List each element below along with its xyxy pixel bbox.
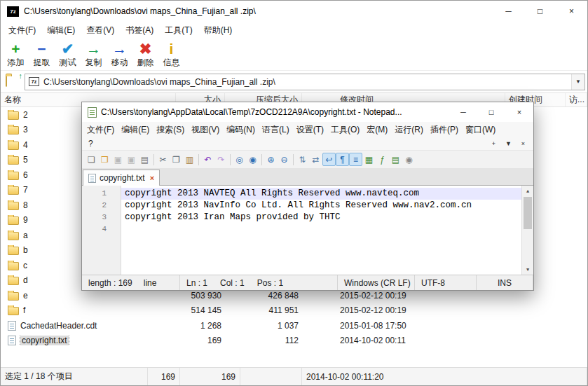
paste-icon[interactable]: ▥ (183, 153, 196, 166)
npp-window-title: C:\Users\tonylang\AppData\Local\Temp\7zO… (101, 107, 449, 117)
file-name: a (23, 230, 28, 240)
notepadpp-window: C:\Users\tonylang\AppData\Local\Temp\7zO… (81, 102, 534, 291)
editor-vertical-scrollbar[interactable]: ▲ ▼ (521, 186, 533, 275)
cut-icon[interactable]: ✂ (156, 153, 170, 166)
dropdown-button[interactable]: ▼ (502, 139, 514, 149)
print-icon[interactable]: ▤ (138, 153, 151, 166)
info-button[interactable]: i信息 (158, 40, 184, 67)
copy-icon: → (86, 40, 101, 57)
7zip-statusbar: 选定 1 / 18 个项目 169 169 2014-10-02 00:11:2… (1, 367, 587, 385)
delete-button[interactable]: ✖删除 (132, 40, 158, 67)
address-combo-box[interactable]: 7z C:\Users\tonylang\Downloads\ovi maps_… (25, 74, 585, 90)
npp-menu-item-8[interactable]: 工具(O) (327, 123, 363, 137)
file-name: 6 (23, 170, 28, 180)
file-modified-time: 2015-02-12 00:19 (302, 291, 505, 301)
scroll-up-icon[interactable]: ▲ (522, 186, 533, 196)
7zip-menu-item-5[interactable]: 工具(T) (159, 23, 198, 38)
save-all-icon[interactable]: ▣ (125, 153, 138, 166)
show-all-chars-icon[interactable]: ¶ (336, 153, 349, 166)
npp-menu-item-11[interactable]: 插件(P) (427, 123, 462, 137)
npp-menu-item-7[interactable]: 设置(T) (293, 123, 327, 137)
file-packed-size: 411 951 (225, 305, 302, 315)
redo-icon[interactable]: ↷ (214, 153, 228, 166)
npp-menu-item-12[interactable]: 窗口(W) (462, 123, 499, 137)
7zip-menubar: 文件(F)编辑(E)查看(V)书签(A)工具(T)帮助(H) (1, 22, 587, 39)
line-number: 2 (82, 200, 121, 212)
npp-minimize-button[interactable]: ─ (449, 102, 477, 122)
copy-icon[interactable]: ❐ (170, 153, 183, 166)
add-button[interactable]: +添加 (3, 40, 29, 67)
sync-horizontal-icon[interactable]: ⇄ (309, 153, 322, 166)
scroll-down-icon[interactable]: ▼ (522, 264, 533, 275)
file-name: f (23, 305, 25, 315)
doc-map-icon[interactable]: ▦ (362, 153, 376, 166)
document-icon (88, 174, 96, 183)
npp-menu-item-3[interactable]: 搜索(S) (153, 123, 188, 137)
npp-menu-item-4[interactable]: 视图(V) (188, 123, 223, 137)
status-position: Pos : 1 (257, 278, 283, 288)
editor-text-area[interactable]: copyright 2013 NAVTEQ All Rights Reserve… (121, 186, 521, 275)
doc-list-icon[interactable]: ▤ (389, 153, 402, 166)
tab-copyright-txt[interactable]: copyright.txt × (83, 170, 160, 186)
function-list-icon[interactable]: ƒ (376, 153, 389, 166)
7zip-menu-item-4[interactable]: 书签(A) (120, 23, 159, 38)
extract-button[interactable]: −提取 (29, 40, 55, 67)
move-button[interactable]: →移动 (107, 40, 132, 67)
status-size: 169 (148, 368, 180, 385)
file-name: 7 (23, 185, 28, 195)
extract-label: 提取 (34, 57, 50, 67)
copy-button[interactable]: →复制 (81, 40, 107, 67)
address-dropdown-button[interactable]: ▼ (571, 74, 584, 90)
file-name: c (23, 261, 27, 270)
7zip-menu-item-1[interactable]: 文件(F) (3, 23, 41, 38)
npp-menubar: 文件(F)编辑(E)搜索(S)视图(V)编码(N)语言(L)设置(T)工具(O)… (82, 122, 533, 137)
monitoring-icon[interactable]: ◉ (402, 153, 416, 166)
file-row[interactable]: CachedatHeader.cdt1 2681 0372015-01-08 1… (1, 318, 587, 333)
zoom-in-icon[interactable]: ⊕ (264, 153, 278, 166)
7zip-minimize-button[interactable]: ─ (493, 1, 524, 22)
7zip-maximize-button[interactable]: □ (524, 1, 556, 22)
npp-menu-item-10[interactable]: 运行(R) (391, 123, 427, 137)
npp-maximize-button[interactable]: □ (477, 102, 505, 122)
file-row[interactable]: f514 145411 9512015-02-12 00:19 (1, 303, 587, 319)
npp-menu-item-6[interactable]: 语言(L) (259, 123, 293, 137)
tab-close-icon[interactable]: × (150, 174, 154, 182)
7zip-menu-item-2[interactable]: 编辑(E) (41, 23, 81, 38)
text-editor[interactable]: 1234 copyright 2013 NAVTEQ All Rights Re… (82, 186, 533, 275)
word-wrap-icon[interactable]: ↩ (322, 153, 336, 166)
npp-menu-item-9[interactable]: 宏(M) (363, 123, 391, 137)
status-line-number: Ln : 1 (186, 278, 207, 288)
replace-icon[interactable]: ◉ (246, 153, 259, 166)
close-button[interactable]: × (517, 139, 529, 149)
help-menu-item[interactable]: ? (83, 139, 98, 149)
save-icon[interactable]: ▣ (111, 153, 125, 166)
indent-guide-icon[interactable]: ≡ (349, 153, 362, 166)
7zip-titlebar[interactable]: 7z C:\Users\tonylang\Downloads\ovi maps_… (1, 1, 587, 22)
file-modified-time: 2014-10-02 00:11 (302, 336, 505, 345)
scrollbar-thumb[interactable] (524, 197, 532, 229)
column-header-accessed[interactable]: 访... (566, 93, 587, 106)
npp-menu-item-2[interactable]: 编辑(E) (118, 123, 153, 137)
up-one-level-button[interactable]: ↑ (6, 76, 20, 87)
new-file-icon[interactable]: ❏ (85, 153, 98, 166)
npp-menu-item-1[interactable]: 文件(F) (83, 123, 118, 137)
npp-menu-item-5[interactable]: 编码(N) (223, 123, 259, 137)
plus-button[interactable]: + (488, 139, 500, 149)
open-icon[interactable]: ❒ (98, 153, 111, 166)
zoom-out-icon[interactable]: ⊖ (278, 153, 291, 166)
7zip-close-button[interactable]: × (556, 1, 587, 22)
undo-icon[interactable]: ↶ (201, 153, 214, 166)
folder-icon (8, 277, 19, 285)
sync-vertical-icon[interactable]: ⇅ (296, 153, 309, 166)
file-row[interactable]: copyright.txt1691122014-10-02 00:11 (1, 333, 587, 349)
address-path[interactable]: C:\Users\tonylang\Downloads\ovi maps_Chi… (43, 77, 567, 87)
file-name: 4 (23, 140, 28, 150)
status-spacer (240, 368, 302, 385)
npp-titlebar[interactable]: C:\Users\tonylang\AppData\Local\Temp\7zO… (82, 102, 533, 122)
npp-close-button[interactable]: × (505, 102, 533, 122)
status-modified-time: 2014-10-02 00:11:20 (302, 368, 587, 385)
find-icon[interactable]: ◎ (233, 153, 246, 166)
7zip-menu-item-3[interactable]: 查看(V) (81, 23, 120, 38)
7zip-menu-item-6[interactable]: 帮助(H) (198, 23, 238, 38)
test-button[interactable]: ✔测试 (55, 40, 81, 67)
